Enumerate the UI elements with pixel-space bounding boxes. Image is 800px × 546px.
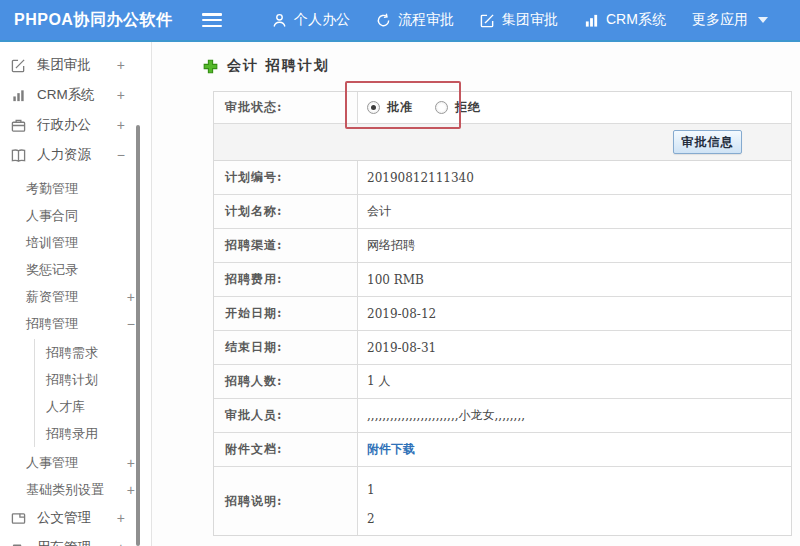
nav-crm-system[interactable]: CRM系统: [584, 11, 666, 29]
nav-group-approval[interactable]: 集团审批: [480, 11, 558, 29]
plan-detail-table: 计划编号: 20190812111340 计划名称: 会计 招聘渠道: 网络招聘…: [213, 161, 792, 536]
edit-icon: [480, 13, 495, 28]
hr-submenu: 考勤管理 人事合同 培训管理 奖惩记录 薪资管理+ 招聘管理− 招聘需求 招聘计…: [0, 175, 151, 503]
radio-reject-button[interactable]: [435, 101, 448, 114]
sidebar: 集团审批 + CRM系统 + 行政办公 + 人力资源 −: [0, 42, 152, 546]
nav-personal-office[interactable]: 个人办公: [272, 11, 350, 29]
radio-approve[interactable]: 批准: [367, 99, 413, 116]
table-row-attachment: 附件文档: 附件下载: [214, 433, 791, 467]
sidebar-item-personnel-mgmt[interactable]: 人事管理+: [0, 449, 151, 476]
approval-status-table: 审批状态: 批准 拒绝: [213, 91, 792, 161]
expand-icon[interactable]: +: [117, 57, 141, 73]
menu-toggle-icon[interactable]: [202, 13, 222, 27]
table-row-start-date: 开始日期: 2019-08-12: [214, 297, 791, 331]
caret-down-icon: [758, 17, 768, 23]
approval-radio-group: 批准 拒绝: [367, 99, 503, 116]
nav-process-approval[interactable]: 流程审批: [376, 11, 454, 29]
attachment-download-link[interactable]: 附件下载: [367, 441, 415, 458]
sidebar-item-salary-mgmt[interactable]: 薪资管理+: [0, 283, 151, 310]
nav-label: CRM系统: [606, 11, 666, 29]
app-logo: PHPOA协同办公软件: [0, 10, 190, 31]
top-nav: 个人办公 流程审批 集团审批 CRM系统 更多应用: [246, 11, 768, 29]
sidebar-item-reward-punish[interactable]: 奖惩记录: [0, 256, 151, 283]
sidebar-item-hr-contract[interactable]: 人事合同: [0, 202, 151, 229]
expand-icon[interactable]: +: [117, 87, 141, 103]
table-row-end-date: 结束日期: 2019-08-31: [214, 331, 791, 365]
sidebar-item-recruit-hire[interactable]: 招聘录用: [35, 420, 151, 447]
table-row-approvers: 审批人员: ,,,,,,,,,,,,,,,,,,,,,,,,小龙女,,,,,,,…: [214, 399, 791, 433]
sidebar-item-base-category[interactable]: 基础类别设置+: [0, 476, 151, 503]
sidebar-item-recruit-plan[interactable]: 招聘计划: [35, 366, 151, 393]
status-row: 审批状态: 批准 拒绝: [214, 92, 791, 124]
status-label: 审批状态:: [214, 92, 358, 123]
bar-chart-icon: [584, 13, 599, 28]
nav-label: 集团审批: [502, 11, 558, 29]
table-row-plan-number: 计划编号: 20190812111340: [214, 161, 791, 195]
sidebar-item-recruit-mgmt[interactable]: 招聘管理−: [0, 310, 151, 337]
briefcase-icon: [11, 117, 28, 134]
note-line: 2: [367, 505, 375, 534]
app-window: PHPOA协同办公软件 个人办公 流程审批 集团审批 CRM系统 更多应用: [0, 0, 800, 546]
sidebar-item-admin-office[interactable]: 行政办公 +: [0, 110, 151, 140]
sidebar-item-human-resources[interactable]: 人力资源 −: [0, 140, 151, 170]
nav-label: 个人办公: [294, 11, 350, 29]
table-row-plan-name: 计划名称: 会计: [214, 195, 791, 229]
table-row-recruit-cost: 招聘费用: 100 RMB: [214, 263, 791, 297]
sidebar-item-training-mgmt[interactable]: 培训管理: [0, 229, 151, 256]
car-icon: [11, 540, 28, 546]
recruit-submenu: 招聘需求 招聘计划 人才库 招聘录用: [34, 339, 151, 447]
page-title: 会计 招聘计划: [227, 57, 330, 75]
radio-approve-button[interactable]: [367, 101, 380, 114]
book-icon: [11, 147, 28, 164]
edit-icon: [11, 57, 28, 74]
sidebar-item-talent-pool[interactable]: 人才库: [35, 393, 151, 420]
page-header: 会计 招聘计划: [152, 42, 800, 77]
sidebar-item-group-approval[interactable]: 集团审批 +: [0, 50, 151, 80]
nav-more-apps[interactable]: 更多应用: [692, 11, 768, 29]
button-row: 审批信息: [214, 124, 791, 160]
bar-chart-icon: [11, 87, 28, 104]
approval-info-button[interactable]: 审批信息: [673, 130, 742, 154]
top-bar: PHPOA协同办公软件 个人办公 流程审批 集团审批 CRM系统 更多应用: [0, 0, 800, 42]
table-row-recruit-channel: 招聘渠道: 网络招聘: [214, 229, 791, 263]
sidebar-item-attendance-mgmt[interactable]: 考勤管理: [0, 175, 151, 202]
table-row-headcount: 招聘人数: 1 人: [214, 365, 791, 399]
sidebar-item-document-mgmt[interactable]: 公文管理 +: [0, 503, 151, 533]
content-area: 会计 招聘计划 审批状态: 批准 拒绝: [152, 42, 800, 546]
process-icon: [376, 13, 391, 28]
document-icon: [11, 510, 28, 527]
sidebar-item-recruit-demand[interactable]: 招聘需求: [35, 339, 151, 366]
note-line: 1: [367, 476, 375, 505]
table-row-recruit-notes: 招聘说明: 1 2: [214, 467, 791, 535]
person-icon: [272, 13, 287, 28]
radio-reject[interactable]: 拒绝: [435, 99, 481, 116]
add-icon[interactable]: [203, 59, 218, 74]
nav-label: 流程审批: [398, 11, 454, 29]
sidebar-scrollbar-thumb[interactable]: [136, 125, 140, 546]
nav-label: 更多应用: [692, 11, 748, 29]
sidebar-item-crm-system[interactable]: CRM系统 +: [0, 80, 151, 110]
sidebar-item-vehicle-mgmt[interactable]: 用车管理 +: [0, 533, 151, 546]
